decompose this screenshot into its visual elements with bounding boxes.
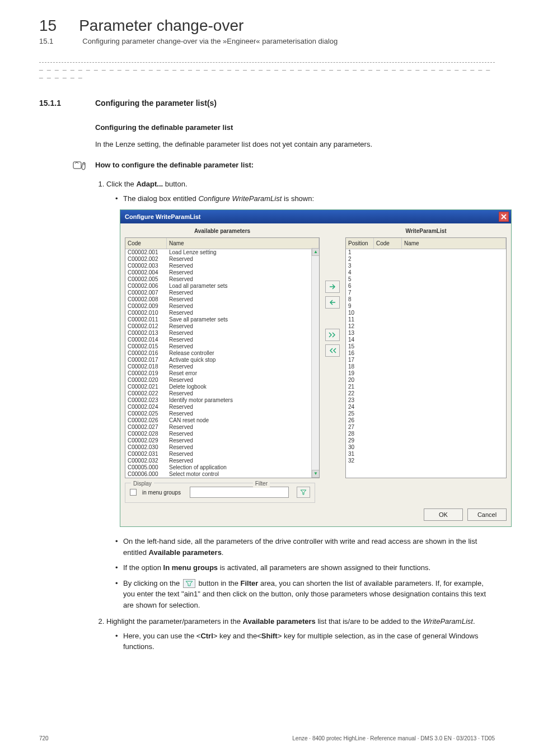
- available-param-row[interactable]: C00002.027Reserved: [125, 424, 319, 431]
- writeparamlist-row[interactable]: 2: [346, 256, 506, 263]
- close-icon: [501, 214, 507, 220]
- add-all-button[interactable]: [325, 329, 340, 341]
- col-name-right[interactable]: Name: [402, 238, 506, 249]
- available-list-header: Code Name: [125, 238, 319, 249]
- writeparamlist-row[interactable]: 4: [346, 269, 506, 276]
- available-param-row[interactable]: C00005.000Selection of application: [125, 464, 319, 471]
- writeparamlist-row[interactable]: 16: [346, 350, 506, 357]
- available-param-row[interactable]: C00002.018Reserved: [125, 363, 319, 370]
- writeparamlist-row[interactable]: 20: [346, 377, 506, 384]
- available-param-row[interactable]: C00002.010Reserved: [125, 310, 319, 316]
- funnel-icon: [300, 489, 307, 495]
- writeparamlist-row[interactable]: 22: [346, 390, 506, 397]
- available-param-row[interactable]: C00002.024Reserved: [125, 404, 319, 410]
- howto-text: How to configure the definable parameter…: [95, 160, 254, 171]
- col-code[interactable]: Code: [125, 238, 167, 249]
- available-param-row[interactable]: C00002.022Reserved: [125, 390, 319, 397]
- writeparamlist-row[interactable]: 27: [346, 424, 506, 431]
- available-param-row[interactable]: C00006.000Select motor control: [125, 471, 319, 478]
- writeparamlist-row[interactable]: 11: [346, 316, 506, 323]
- col-name[interactable]: Name: [167, 238, 319, 249]
- step-1: Click the Adapt... button. The dialog bo…: [106, 179, 495, 610]
- available-param-row[interactable]: C00002.032Reserved: [125, 458, 319, 464]
- writeparamlist-row[interactable]: 18: [346, 363, 506, 370]
- scroll-down-icon[interactable]: ▼: [312, 470, 320, 478]
- available-param-row[interactable]: C00002.006Load all parameter sets: [125, 283, 319, 290]
- available-param-row[interactable]: C00002.021Delete logbook: [125, 384, 319, 390]
- writeparamlist-list[interactable]: Position Code Name 123456789101112131415…: [345, 237, 507, 478]
- writeparamlist-row[interactable]: 28: [346, 431, 506, 437]
- writeparamlist-row[interactable]: 7: [346, 290, 506, 296]
- writeparamlist-row[interactable]: 29: [346, 437, 506, 444]
- available-param-row[interactable]: C00002.003Reserved: [125, 263, 319, 269]
- writeparamlist-row[interactable]: 8: [346, 296, 506, 303]
- available-param-row[interactable]: C00002.009Reserved: [125, 303, 319, 310]
- writeparamlist-row[interactable]: 25: [346, 410, 506, 417]
- writeparamlist-row[interactable]: 32: [346, 458, 506, 464]
- available-param-row[interactable]: C00002.004Reserved: [125, 269, 319, 276]
- available-param-row[interactable]: C00002.013Reserved: [125, 330, 319, 337]
- available-param-row[interactable]: C00002.025Reserved: [125, 410, 319, 417]
- writeparamlist-row[interactable]: 3: [346, 263, 506, 269]
- writeparamlist-row[interactable]: 17: [346, 357, 506, 363]
- scrollbar[interactable]: ▲ ▼: [311, 248, 319, 478]
- filter-apply-button[interactable]: [297, 487, 310, 498]
- available-param-row[interactable]: C00002.031Reserved: [125, 451, 319, 458]
- section-header: 15.1 Configuring parameter change-over v…: [39, 37, 495, 45]
- col-position[interactable]: Position: [346, 238, 374, 249]
- available-param-row[interactable]: C00002.017Activate quick stop: [125, 357, 319, 363]
- filter-legend: Filter: [253, 479, 270, 488]
- writeparamlist-row[interactable]: 6: [346, 283, 506, 290]
- writeparamlist-row[interactable]: 5: [346, 276, 506, 283]
- available-param-row[interactable]: C00002.008Reserved: [125, 296, 319, 303]
- available-param-row[interactable]: C00002.005Reserved: [125, 276, 319, 283]
- cancel-button[interactable]: Cancel: [467, 508, 507, 521]
- subsection-number: 15.1.1: [39, 99, 73, 108]
- add-one-button[interactable]: [325, 281, 340, 293]
- writeparamlist-row[interactable]: 30: [346, 444, 506, 451]
- writeparamlist-row[interactable]: 13: [346, 330, 506, 337]
- writeparamlist-row[interactable]: 21: [346, 384, 506, 390]
- available-param-row[interactable]: C00002.012Reserved: [125, 323, 319, 330]
- ok-button[interactable]: OK: [424, 508, 463, 521]
- writeparamlist-row[interactable]: 14: [346, 337, 506, 343]
- available-param-row[interactable]: C00002.007Reserved: [125, 290, 319, 296]
- writeparamlist-row[interactable]: 1: [346, 249, 506, 256]
- writeparamlist-row[interactable]: 10: [346, 310, 506, 316]
- scroll-up-icon[interactable]: ▲: [312, 248, 320, 256]
- writeparamlist-row[interactable]: 19: [346, 370, 506, 377]
- remove-all-button[interactable]: [325, 344, 340, 357]
- available-param-row[interactable]: C00002.023Identify motor parameters: [125, 397, 319, 404]
- available-param-row[interactable]: C00002.015Reserved: [125, 343, 319, 350]
- subsection-title: Configuring the parameter list(s): [95, 99, 217, 108]
- in-menu-groups-checkbox[interactable]: [130, 489, 137, 496]
- available-param-row[interactable]: C00002.026CAN reset node: [125, 417, 319, 424]
- dialog-close-button[interactable]: [499, 212, 509, 222]
- available-param-row[interactable]: C00002.028Reserved: [125, 431, 319, 437]
- writeparamlist-row[interactable]: 23: [346, 397, 506, 404]
- writeparamlist-row[interactable]: 15: [346, 343, 506, 350]
- available-param-row[interactable]: C00002.014Reserved: [125, 337, 319, 343]
- svg-rect-0: [73, 162, 81, 169]
- available-param-row[interactable]: C00002.002Reserved: [125, 256, 319, 263]
- ab3c: Filter: [241, 579, 259, 587]
- writeparamlist-row[interactable]: 12: [346, 323, 506, 330]
- writeparamlist-row[interactable]: 24: [346, 404, 506, 410]
- step1-sub1-a: The dialog box entitled: [123, 194, 198, 203]
- writeparamlist-row[interactable]: 26: [346, 417, 506, 424]
- writeparamlist-row[interactable]: 9: [346, 303, 506, 310]
- available-param-row[interactable]: C00002.011Save all parameter sets: [125, 316, 319, 323]
- available-param-row[interactable]: C00007.000Select control mode: [125, 478, 319, 478]
- available-param-row[interactable]: C00002.016Release controller: [125, 350, 319, 357]
- available-param-row[interactable]: C00002.029Reserved: [125, 437, 319, 444]
- page-number: 720: [39, 735, 49, 741]
- remove-one-button[interactable]: [325, 296, 340, 309]
- available-param-row[interactable]: C00002.030Reserved: [125, 444, 319, 451]
- available-param-row[interactable]: C00002.001Load Lenze setting: [125, 249, 319, 256]
- available-parameters-list[interactable]: Code Name C00002.001Load Lenze settingC0…: [125, 237, 320, 478]
- filter-input[interactable]: [190, 487, 289, 498]
- available-param-row[interactable]: C00002.020Reserved: [125, 377, 319, 384]
- writeparamlist-row[interactable]: 31: [346, 451, 506, 458]
- col-code-right[interactable]: Code: [374, 238, 402, 249]
- available-param-row[interactable]: C00002.019Reset error: [125, 370, 319, 377]
